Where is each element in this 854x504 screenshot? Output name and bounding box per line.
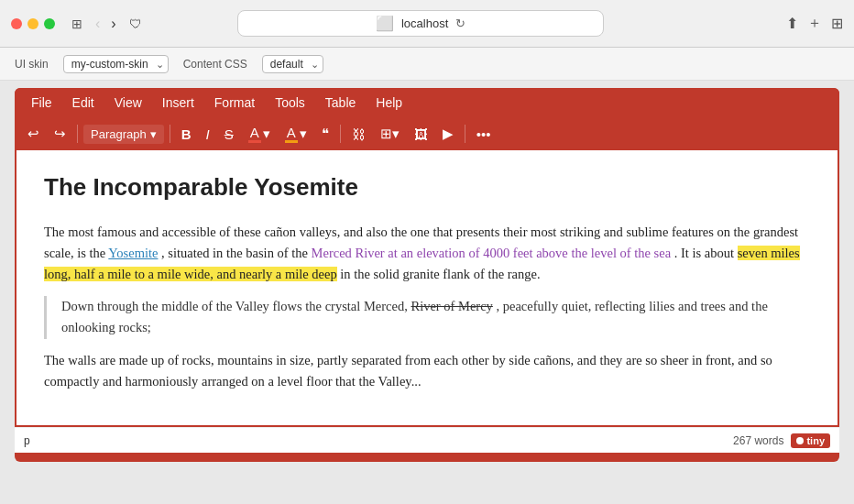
- yosemite-link[interactable]: Yosemite: [108, 246, 158, 260]
- editor-container: File Edit View Insert Format Tools Table…: [15, 88, 839, 462]
- menu-file[interactable]: File: [22, 92, 61, 114]
- paragraph-select[interactable]: Paragraph ▾: [83, 125, 164, 144]
- toolbar-area: File Edit View Insert Format Tools Table…: [15, 88, 839, 150]
- menu-help[interactable]: Help: [367, 92, 411, 114]
- content-css-select-wrapper[interactable]: default: [262, 55, 323, 73]
- highlight-indicator: A: [285, 125, 298, 143]
- para1-text-3: . It is about: [674, 246, 738, 260]
- menu-tools[interactable]: Tools: [266, 92, 314, 114]
- font-color-indicator: A: [248, 125, 261, 143]
- new-tab-button[interactable]: ＋: [807, 14, 822, 33]
- image-icon: 🖼: [414, 126, 428, 142]
- paragraph-label: Paragraph: [91, 127, 147, 141]
- grid-button[interactable]: ⊞: [831, 15, 843, 32]
- nav-buttons: ‹ ›: [92, 14, 120, 34]
- refresh-button[interactable]: ↻: [455, 16, 465, 30]
- address-text: localhost: [401, 16, 448, 30]
- blockquote: Down through the middle of the Valley fl…: [44, 296, 810, 338]
- editor-content[interactable]: The Incomparable Yosemite The most famou…: [16, 150, 838, 425]
- paragraph-chevron-icon: ▾: [150, 127, 157, 141]
- sidebar-toggle[interactable]: ⊞: [71, 16, 82, 31]
- table-icon: ⊞: [380, 126, 392, 142]
- editor-scroll[interactable]: The Incomparable Yosemite The most famou…: [16, 150, 838, 425]
- separator-4: [465, 125, 465, 143]
- bold-button[interactable]: B: [176, 123, 197, 146]
- status-bar: p 267 words tiny: [15, 427, 839, 453]
- traffic-light-red[interactable]: [11, 18, 22, 29]
- italic-button[interactable]: I: [201, 123, 215, 146]
- browser-actions: ⬆ ＋ ⊞: [786, 14, 843, 33]
- table-button[interactable]: ⊞ ▾: [375, 122, 405, 146]
- more-button[interactable]: •••: [471, 123, 497, 146]
- menu-table[interactable]: Table: [316, 92, 365, 114]
- strikethrough-button[interactable]: S: [219, 123, 239, 146]
- page-icon: ⬜: [376, 15, 394, 32]
- link-icon: ⛓: [352, 126, 366, 142]
- menu-insert[interactable]: Insert: [153, 92, 203, 114]
- menu-format[interactable]: Format: [205, 92, 264, 114]
- redo-button[interactable]: ↪: [49, 122, 71, 146]
- traffic-light-yellow[interactable]: [27, 18, 38, 29]
- font-color-chevron-icon: ▾: [263, 126, 270, 142]
- separator-3: [340, 125, 341, 143]
- undo-button[interactable]: ↩: [22, 122, 45, 146]
- content-css-label: Content CSS: [183, 58, 247, 71]
- browser-chrome: ⊞ ‹ › 🛡 ⬜ localhost ↻ ⬆ ＋ ⊞: [0, 0, 854, 48]
- menu-bar: File Edit View Insert Format Tools Table…: [15, 88, 839, 117]
- ui-skin-select[interactable]: my-custom-skin: [63, 55, 169, 73]
- tiny-label: tiny: [806, 435, 825, 446]
- image-button[interactable]: 🖼: [409, 123, 433, 146]
- tiny-logo: tiny: [791, 433, 830, 448]
- forward-button[interactable]: ›: [107, 14, 119, 34]
- table-chevron-icon: ▾: [392, 126, 400, 142]
- font-color-bar: [248, 140, 261, 143]
- highlight-a: A: [287, 125, 296, 140]
- share-button[interactable]: ⬆: [786, 15, 798, 32]
- menu-edit[interactable]: Edit: [63, 92, 104, 114]
- font-color-button[interactable]: A ▾: [243, 121, 276, 147]
- para1-text-4: in the solid granite flank of the range.: [340, 267, 540, 281]
- media-icon: ▶: [443, 126, 454, 142]
- shield-icon: 🛡: [129, 16, 142, 31]
- traffic-light-green[interactable]: [44, 18, 55, 29]
- highlight-color-button[interactable]: A ▾: [279, 121, 312, 147]
- ui-skin-label: UI skin: [15, 58, 49, 71]
- font-color-a: A: [250, 125, 259, 140]
- tiny-dot: [796, 437, 804, 444]
- content-css-select[interactable]: default: [262, 55, 323, 73]
- paragraph-2: The walls are made up of rocks, mountain…: [44, 350, 810, 392]
- address-bar[interactable]: ⬜ localhost ↻: [237, 10, 604, 37]
- blockquote-button[interactable]: ❝: [316, 122, 334, 146]
- word-count: 267 words: [733, 434, 783, 447]
- highlight-chevron-icon: ▾: [300, 126, 307, 142]
- status-right: 267 words tiny: [733, 433, 830, 448]
- media-button[interactable]: ▶: [437, 122, 459, 146]
- strikethrough-text: River of Mercy: [411, 299, 492, 313]
- menu-view[interactable]: View: [105, 92, 151, 114]
- editor-title: The Incomparable Yosemite: [44, 169, 810, 207]
- highlight-bar: [285, 140, 298, 143]
- ui-skin-select-wrapper[interactable]: my-custom-skin: [63, 55, 169, 73]
- back-button[interactable]: ‹: [92, 14, 104, 34]
- para1-text-2: , situated in the basin of the: [161, 246, 312, 260]
- element-path: p: [24, 434, 30, 447]
- separator-1: [77, 125, 78, 143]
- link-button[interactable]: ⛓: [346, 123, 371, 146]
- paragraph-1: The most famous and accessible of these …: [44, 222, 810, 286]
- skin-bar: UI skin my-custom-skin Content CSS defau…: [0, 48, 854, 81]
- toolbar-row: ↩ ↪ Paragraph ▾ B I S A ▾ A: [15, 117, 839, 150]
- merced-river-link[interactable]: Merced River at an elevation of 4000 fee…: [312, 246, 672, 260]
- blockquote-text-1: Down through the middle of the Valley fl…: [61, 299, 411, 313]
- separator-2: [170, 125, 170, 143]
- traffic-lights: [11, 18, 55, 29]
